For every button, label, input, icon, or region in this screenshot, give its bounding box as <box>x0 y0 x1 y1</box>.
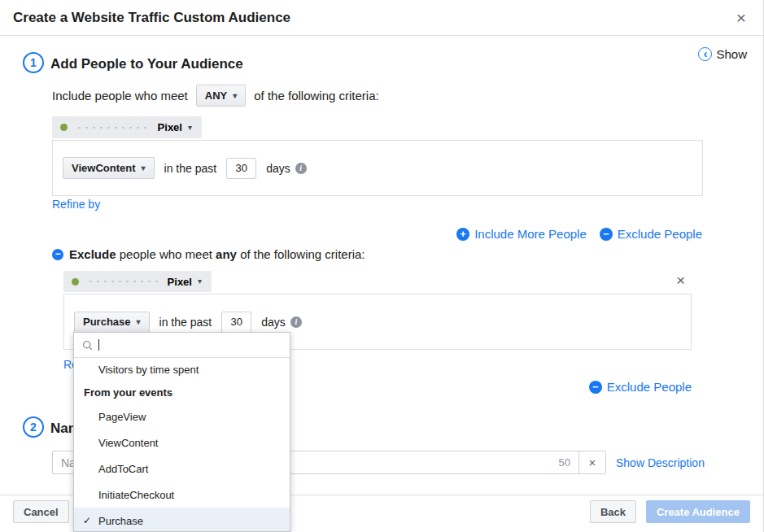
exclude-criteria-text: Exclude people who meet any of the follo… <box>69 247 365 261</box>
match-type-value: ANY <box>205 89 227 102</box>
modal-close-button[interactable]: × <box>731 6 751 29</box>
event-type-value: Purchase <box>83 316 131 328</box>
in-the-past-label: in the past <box>159 316 212 329</box>
step-1-heading: Add People to Your Audience <box>50 56 243 72</box>
event-select-menu: Visitors by time spent From your events … <box>73 332 290 532</box>
menu-item-visitors-by-time-spent[interactable]: Visitors by time spent <box>74 358 290 381</box>
exclude-people-label: Exclude People <box>607 380 692 394</box>
menu-item-purchase[interactable]: ✓ Purchase <box>74 508 290 532</box>
caret-down-icon: ▾ <box>137 318 141 326</box>
step-2-badge: 2 <box>23 416 44 438</box>
modal-title: Create a Website Traffic Custom Audience <box>13 10 731 26</box>
active-pixel-dot-icon <box>60 124 68 131</box>
pixel-label: Pixel <box>168 276 192 288</box>
create-audience-button[interactable]: Create Audience <box>646 500 750 523</box>
modal-header: Create a Website Traffic Custom Audience… <box>0 0 764 36</box>
days-input[interactable] <box>226 158 256 179</box>
menu-item-addtocart[interactable]: AddToCart <box>74 456 290 482</box>
audience-actions-row: + Include More People − Exclude People <box>456 227 702 241</box>
pixel-source-dropdown-exclude[interactable]: Pixel ▾ <box>63 271 212 292</box>
exclude-people-button-2[interactable]: − Exclude People <box>589 380 692 394</box>
minus-circle-icon: − <box>589 381 602 394</box>
check-icon: ✓ <box>74 515 98 526</box>
event-search-input[interactable] <box>105 339 282 351</box>
include-criteria-row: Include people who meet ANY ▾ of the fol… <box>52 84 379 107</box>
caret-down-icon: ▾ <box>198 277 202 286</box>
event-type-dropdown[interactable]: ViewContent ▾ <box>63 157 155 179</box>
redacted-pixel-name <box>87 280 159 283</box>
chevron-left-icon: ‹ <box>698 47 712 61</box>
close-icon: × <box>736 8 746 27</box>
include-rule-panel: ViewContent ▾ in the past days i <box>52 140 703 196</box>
days-input-exclude[interactable] <box>221 312 251 333</box>
caret-down-icon: ▾ <box>142 164 146 172</box>
remove-exclusion-button[interactable]: × <box>676 273 685 288</box>
minus-circle-icon: − <box>52 249 63 260</box>
exclude-people-button[interactable]: − Exclude People <box>600 227 702 241</box>
close-icon: × <box>676 272 685 289</box>
redacted-pixel-name <box>76 126 150 129</box>
close-icon: × <box>589 456 596 469</box>
info-icon[interactable]: i <box>295 163 307 174</box>
info-icon[interactable]: i <box>290 316 302 328</box>
include-criteria-prefix: Include people who meet <box>52 89 188 102</box>
include-criteria-suffix: of the following criteria: <box>254 89 378 102</box>
clear-name-button[interactable]: × <box>578 451 605 473</box>
refine-by-link[interactable]: Refine by <box>52 198 100 211</box>
cancel-button[interactable]: Cancel <box>13 500 69 523</box>
search-icon <box>82 340 93 351</box>
days-label: days <box>266 162 290 175</box>
back-button[interactable]: Back <box>590 500 636 523</box>
show-description-link[interactable]: Show Description <box>616 456 705 469</box>
active-pixel-dot-icon <box>72 278 79 286</box>
event-search-row <box>74 333 290 358</box>
show-toggle[interactable]: ‹ Show <box>698 47 747 61</box>
include-more-people-button[interactable]: + Include More People <box>456 227 587 241</box>
menu-item-viewcontent[interactable]: ViewContent <box>74 430 290 456</box>
show-label: Show <box>716 47 747 61</box>
any-word: any <box>216 247 237 261</box>
event-type-dropdown-exclude[interactable]: Purchase ▾ <box>74 312 150 333</box>
match-type-dropdown[interactable]: ANY ▾ <box>196 85 246 107</box>
menu-item-initiatecheckout[interactable]: InitiateCheckout <box>74 482 290 508</box>
caret-down-icon: ▾ <box>233 92 237 100</box>
pixel-source-dropdown[interactable]: Pixel ▾ <box>52 116 202 138</box>
event-type-value: ViewContent <box>72 162 136 174</box>
create-audience-modal: Create a Website Traffic Custom Audience… <box>0 0 764 532</box>
exclude-people-label: Exclude People <box>618 227 702 241</box>
step-1-badge: 1 <box>23 52 44 73</box>
menu-group-header-from-your-events: From your events <box>74 381 290 403</box>
days-label: days <box>261 316 286 329</box>
text-cursor <box>98 339 99 351</box>
menu-item-pageview[interactable]: PageView <box>74 403 290 430</box>
minus-circle-icon: − <box>600 228 613 241</box>
plus-circle-icon: + <box>456 228 469 241</box>
char-count: 50 <box>559 456 570 469</box>
in-the-past-label: in the past <box>164 162 217 175</box>
exclude-word: Exclude <box>69 247 116 261</box>
include-more-people-label: Include More People <box>474 227 587 241</box>
exclude-criteria-row: − Exclude people who meet any of the fol… <box>52 247 365 261</box>
pixel-label: Pixel <box>158 121 182 133</box>
caret-down-icon: ▾ <box>188 124 192 132</box>
